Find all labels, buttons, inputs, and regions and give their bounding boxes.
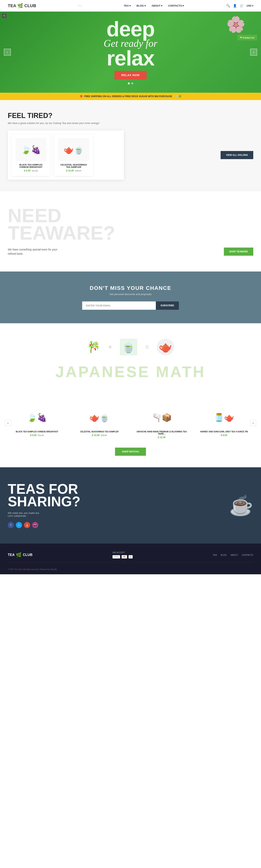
email-input[interactable] (82, 302, 156, 310)
nav-item-contacts[interactable]: CONTACTS ▾ (168, 4, 184, 7)
hero-dots (104, 83, 157, 84)
envelope-icon: ✉ (240, 36, 242, 39)
product-price-p3: $ 12.00 (136, 436, 188, 439)
edit-button[interactable]: ✎ (2, 13, 6, 18)
twitter-share-icon[interactable]: t (16, 522, 22, 528)
hero-cta-button[interactable]: RELAX NOW (114, 71, 147, 80)
shop-matcha-button[interactable]: SHOP MATCHA (115, 447, 146, 456)
tea-decoration: 🍵🌿 (176, 95, 181, 98)
product-price-p2: $ 15.00 $16.00 (73, 434, 126, 437)
product-card-p3[interactable]: 🫗📦 GROSCHE HAND MADE PREMIUM 12 BLOOMING… (133, 404, 191, 442)
mastercard-badge: 💳 (122, 555, 127, 558)
instagram-share-icon[interactable]: 📷 (32, 522, 38, 528)
japanese-title: JAPANESE MATH (8, 363, 253, 381)
hero-title-relax: relax (104, 49, 157, 67)
search-icon[interactable]: 🔍 (226, 4, 230, 7)
footer-logo-leaf-icon: 🌿 (16, 552, 22, 558)
product-name-p3: GROSCHE HAND MADE PREMIUM 12 BLOOMING TE… (136, 431, 188, 435)
carousel-next-button[interactable]: › (250, 420, 256, 426)
product-name-2: CELESTIAL SEASONINGS TEA SAMPLER (58, 163, 89, 168)
japanese-equation: 🎋 + 🍵 = 🫖 (8, 339, 253, 355)
hero-title-deep: deep (104, 20, 157, 38)
product-card-1[interactable]: 🍃🍇 BLACK TEA SAMPLES CHINESE BREAKFAST $… (11, 134, 50, 176)
sharing-content: TEAS FOR SHARING? We make tea, you make … (8, 483, 81, 528)
user-icon[interactable]: 👤 (233, 4, 237, 7)
sharing-tea-image: ☕ (229, 494, 253, 517)
equation-equals: = (145, 343, 149, 351)
sharing-social-links: f t g 📷 (8, 522, 81, 528)
teaware-content: We have something special even for your … (8, 247, 253, 256)
footer-logo[interactable]: TEA 🌿 CLUB (8, 552, 32, 558)
promo-bar: 🎁 FREE SHIPPING ON ALL ORDERS & FREE ROC… (0, 93, 261, 100)
feel-tired-subtitle: We have a great solution for you, try ou… (8, 122, 253, 125)
hero-content: deep Get ready for relax RELAX NOW (104, 20, 157, 84)
product-image-p2: 🫖🍵 (73, 407, 126, 428)
products-carousel: ‹ 🍃🍇 BLACK TEA SAMPLES CHINESE BREAKFAST… (8, 404, 253, 442)
footer-payment-methods: VISA 💳 ₿ (113, 555, 133, 558)
product-card-p2[interactable]: 🫖🍵 CELESTIAL SEASONINGS TEA SAMPLER $ 15… (70, 404, 129, 442)
product-name-p2: CELESTIAL SEASONINGS TEA SAMPLER (73, 431, 126, 433)
product-card-p4[interactable]: 🫙🫖 HARNEY AND SONS EARL GREY TEA 4 OUNCE… (195, 404, 254, 442)
navbar: TEA 🌿 CLUB f t TEA ▾ BLOG ▾ ABOUT ▾ CONT… (0, 0, 261, 11)
carousel-prev-button[interactable]: ‹ (5, 420, 11, 426)
footer-nav-contacts[interactable]: CONTACTS (242, 554, 253, 556)
gift-icon: 🎁 (80, 95, 83, 98)
product-image-1: 🍃🍇 (16, 138, 47, 161)
hero-dot-2[interactable] (131, 83, 133, 84)
footer-nav-about[interactable]: ABOUT (230, 554, 238, 556)
hero-contact-button[interactable]: ✉ Contact us! (237, 35, 257, 40)
product-price-2: $ 15.00 $16.00 (58, 169, 89, 172)
facebook-share-icon[interactable]: f (8, 522, 14, 528)
shop-teaware-button[interactable]: SHOP TEAWARE (224, 248, 253, 256)
promo-text: FREE SHIPPING ON ALL ORDERS & FREE ROCK … (84, 95, 172, 98)
teaware-body-text: We have something special even for your … (8, 247, 66, 256)
view-all-oolong-button[interactable]: VIEW ALL OOLONG (221, 151, 253, 159)
paypal-badge: ₿ (128, 555, 133, 558)
chevron-down-icon: ▾ (182, 4, 184, 7)
teaware-big-title: NEED TEAWARE? (8, 207, 253, 242)
hero-dot-1[interactable] (128, 83, 130, 84)
product-price-p1: $ 9.00 $11.00 (11, 434, 63, 437)
googleplus-share-icon[interactable]: g (24, 522, 30, 528)
logo-text: TEA (8, 3, 16, 8)
nav-item-about[interactable]: ABOUT ▾ (151, 4, 163, 7)
footer-copyright: © 2017 Tea Club. All rights reserved. Po… (8, 568, 253, 570)
cart-icon[interactable]: 🛒 (240, 4, 243, 7)
twitter-icon[interactable]: t (81, 4, 81, 7)
logo-brand: CLUB (24, 3, 36, 8)
products-cards-wrapper: 🍃🍇 BLACK TEA SAMPLES CHINESE BREAKFAST $… (8, 130, 124, 180)
product-name-p4: HARNEY AND SONS EARL GREY TEA 4 OUNCE TI… (198, 431, 250, 433)
hero-prev-button[interactable]: ‹ (4, 49, 11, 56)
currency-selector[interactable]: USD ▾ (246, 4, 253, 7)
product-image-p3: 🫗📦 (136, 407, 188, 428)
nav-social-links: f t (79, 4, 81, 7)
visa-badge: VISA (113, 555, 120, 558)
product-card-2[interactable]: 🫖🍵 CELESTIAL SEASONINGS TEA SAMPLER $ 15… (54, 134, 93, 176)
logo[interactable]: TEA 🌿 CLUB (8, 3, 36, 8)
footer-nav-blog[interactable]: BLOG (221, 554, 227, 556)
product-image-p4: 🫙🫖 (198, 407, 250, 428)
products-section: ‹ 🍃🍇 BLACK TEA SAMPLES CHINESE BREAKFAST… (0, 396, 261, 467)
footer-logo-brand: CLUB (23, 553, 32, 557)
hero-section: ✎ ‹ deep Get ready for relax RELAX NOW ›… (0, 11, 261, 93)
hero-flower-decoration: 🌸 (226, 16, 245, 34)
footer-top: TEA 🌿 CLUB WE ACCEPT VISA 💳 ₿ TEA BLOG A… (8, 551, 253, 562)
navbar-utility-icons: 🔍 👤 🛒 USD ▾ (226, 4, 253, 7)
product-card-p1[interactable]: 🍃🍇 BLACK TEA SAMPLES CHINESE BREAKFAST $… (8, 404, 66, 442)
product-name-p1: BLACK TEA SAMPLES CHINESE BREAKFAST (11, 431, 63, 433)
chevron-down-icon: ▾ (129, 4, 131, 7)
teaware-text: We have something special even for your … (8, 247, 66, 256)
sharing-subtitle: We make tea, you make tea. Let's collabo… (8, 512, 81, 517)
teaware-section: NEED TEAWARE? We have something special … (0, 191, 261, 272)
nav-item-tea[interactable]: TEA ▾ (124, 4, 131, 7)
footer-nav: TEA BLOG ABOUT CONTACTS (213, 554, 253, 556)
product-name-1: BLACK TEA SAMPLES CHINESE BREAKFAST (16, 163, 47, 168)
newsletter-section: DON'T MISS YOUR CHANCE Get personal disc… (0, 272, 261, 323)
subscribe-button[interactable]: SUBSCRIBE (156, 302, 179, 310)
product-image-p1: 🍃🍇 (11, 407, 63, 428)
nav-item-blog[interactable]: BLOG ▾ (137, 4, 146, 7)
facebook-icon[interactable]: f (79, 4, 79, 7)
footer-nav-tea[interactable]: TEA (213, 554, 217, 556)
footer-logo-text: TEA (8, 553, 15, 557)
hero-next-button[interactable]: › (250, 49, 257, 56)
